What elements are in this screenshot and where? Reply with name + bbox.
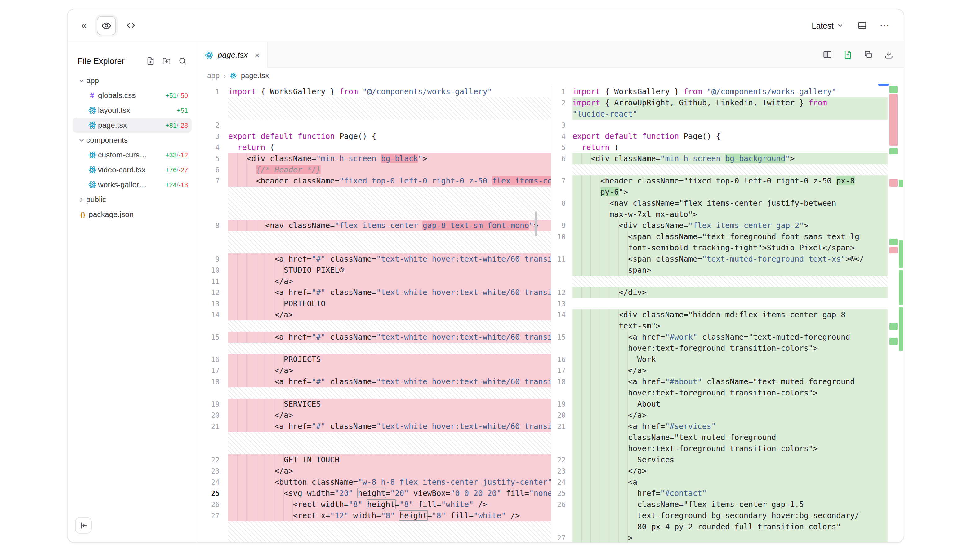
code-line[interactable]: 1import { WorksGallery } from "@/compone… xyxy=(551,86,888,97)
code-line[interactable]: 17 </a> xyxy=(197,365,551,376)
split-editor-button[interactable] xyxy=(821,48,834,61)
tree-folder-public[interactable]: public xyxy=(73,192,192,207)
code-line[interactable]: 18 <a href="#about" className="text-mute… xyxy=(551,376,888,387)
code-line[interactable]: 13 PORTFOLIO xyxy=(197,298,551,309)
minimap-diff-strip[interactable] xyxy=(889,84,897,542)
preview-toggle-button[interactable] xyxy=(97,16,116,35)
code-line[interactable]: 22 Services xyxy=(551,454,888,465)
code-line[interactable]: 8 <nav className="flex items-center just… xyxy=(551,198,888,209)
code-line[interactable]: span> xyxy=(551,265,888,276)
panel-layout-button[interactable] xyxy=(855,18,870,33)
tree-file-package-json[interactable]: {}package.json xyxy=(73,207,192,222)
diff-pane-modified[interactable]: 1import { WorksGallery } from "@/compone… xyxy=(551,86,904,542)
code-line[interactable]: 16 Work xyxy=(551,354,888,365)
tree-file-layout-tsx[interactable]: layout.tsx+51 xyxy=(73,103,192,118)
code-line[interactable]: 13 xyxy=(551,298,888,309)
copy-file-button[interactable] xyxy=(862,48,875,61)
code-toggle-button[interactable] xyxy=(123,18,138,33)
code-line[interactable]: className="text-muted-foreground xyxy=(551,432,888,443)
code-line[interactable]: 7 <header className="fixed top-0 left-0 … xyxy=(551,175,888,187)
code-line[interactable]: 21 <a href="#services" xyxy=(551,421,888,432)
code-line[interactable]: 24 <button className="w-8 h-8 flex items… xyxy=(197,476,551,488)
code-line[interactable]: 15 <a href="#" className="text-white hov… xyxy=(197,332,551,343)
code-line[interactable]: 26 className="flex items-center gap-1.5 xyxy=(551,499,888,510)
code-line[interactable]: "lucide-react" xyxy=(551,108,888,120)
close-tab-button[interactable]: × xyxy=(252,51,259,59)
code-line[interactable]: 9 <div className="flex items-center gap-… xyxy=(551,220,888,231)
code-line[interactable]: 3export default function Page() { xyxy=(197,131,551,142)
tree-file-page-tsx[interactable]: page.tsx+81/-28 xyxy=(73,118,192,133)
code-line[interactable]: 10 STUDIO PIXEL® xyxy=(197,265,551,276)
code-line[interactable]: 22 GET IN TOUCH xyxy=(197,454,551,465)
code-line[interactable]: text-sm"> xyxy=(551,321,888,332)
code-line[interactable]: hover:text-foreground transition-colors"… xyxy=(551,387,888,399)
code-line[interactable]: 23 </a> xyxy=(197,465,551,476)
code-line[interactable]: 5 return ( xyxy=(551,142,888,153)
code-line[interactable]: 21 <a href="#" className="text-white hov… xyxy=(197,421,551,432)
search-files-button[interactable] xyxy=(177,56,188,66)
code-line[interactable]: 19 About xyxy=(551,399,888,410)
download-file-button[interactable] xyxy=(883,48,895,61)
code-line[interactable]: 18 <a href="#" className="text-white hov… xyxy=(197,376,551,387)
code-line[interactable]: 15 <a href="#work" className="text-muted… xyxy=(551,332,888,343)
minimap[interactable] xyxy=(888,84,904,542)
code-line[interactable]: 14 <div className="hidden md:flex items-… xyxy=(551,309,888,321)
code-line[interactable]: 80 px-4 py-2 rounded-full transition-col… xyxy=(551,521,888,532)
code-line[interactable]: 3 xyxy=(551,120,888,131)
view-diff-button[interactable] xyxy=(842,48,854,61)
code-line[interactable]: 25 href="#contact" xyxy=(551,488,888,499)
new-folder-button[interactable] xyxy=(161,56,172,66)
code-line[interactable]: 27 <rect x="12" width="8" height="8" fil… xyxy=(197,510,551,521)
left-pane-scrollbar[interactable] xyxy=(535,211,537,236)
tree-folder-components[interactable]: components xyxy=(73,133,192,148)
tree-file-works-galler[interactable]: works-galler…+24/-13 xyxy=(73,177,192,192)
code-line[interactable]: 6 {/* Header */} xyxy=(197,164,551,175)
code-line[interactable]: 14 </a> xyxy=(197,309,551,321)
collapse-sidebar-button[interactable] xyxy=(75,517,92,534)
tree-folder-app[interactable]: app xyxy=(73,73,192,88)
breadcrumb-file[interactable]: page.tsx xyxy=(241,71,269,80)
code-line[interactable]: 24 <a xyxy=(551,476,888,488)
code-line[interactable]: 7 <header className="fixed top-0 left-0 … xyxy=(197,175,551,187)
more-options-button[interactable]: ⋯ xyxy=(877,18,892,33)
code-line[interactable]: 27 > xyxy=(551,532,888,542)
code-line[interactable]: 11 <span className="text-muted-foregroun… xyxy=(551,254,888,265)
new-file-button[interactable] xyxy=(145,56,156,66)
code-line[interactable]: text-foreground bg-secondary hover:bg-se… xyxy=(551,510,888,521)
code-line[interactable]: py-6"> xyxy=(551,187,888,198)
code-line[interactable]: font-semibold tracking-tight">Studio Pix… xyxy=(551,242,888,254)
code-line[interactable]: 19 SERVICES xyxy=(197,399,551,410)
code-line[interactable]: 11 </a> xyxy=(197,276,551,287)
code-line[interactable]: 26 <rect width="8" height="8" fill="whit… xyxy=(197,499,551,510)
code-line[interactable]: 12 <a href="#" className="text-white hov… xyxy=(197,287,551,298)
code-line[interactable]: 4 return ( xyxy=(197,142,551,153)
code-line[interactable]: 9 <a href="#" className="text-white hove… xyxy=(197,254,551,265)
minimap-scroll-strip[interactable] xyxy=(899,84,903,542)
code-line[interactable]: hover:text-foreground transition-colors"… xyxy=(551,443,888,454)
code-line[interactable]: 20 </a> xyxy=(197,410,551,421)
tree-file-video-card-tsx[interactable]: video-card.tsx+76/-27 xyxy=(73,162,192,177)
code-line[interactable]: 17 </a> xyxy=(551,365,888,376)
tree-file-globals-css[interactable]: #globals.css+51/-50 xyxy=(73,88,192,103)
code-line[interactable]: 16 PROJECTS xyxy=(197,354,551,365)
code-line[interactable]: 12 </div> xyxy=(551,287,888,298)
code-line[interactable]: 1import { WorksGallery } from "@/compone… xyxy=(197,86,551,97)
code-line[interactable]: 6 <div className="min-h-screen bg-backgr… xyxy=(551,153,888,164)
code-line[interactable]: 5 <div className="min-h-screen bg-black"… xyxy=(197,153,551,164)
code-line[interactable]: 25 <svg width="20" height="20" viewBox="… xyxy=(197,488,551,499)
code-line[interactable]: 2 xyxy=(197,120,551,131)
tab-page-tsx[interactable]: page.tsx × xyxy=(197,42,268,68)
code-line[interactable]: hover:text-foreground transition-colors"… xyxy=(551,343,888,354)
code-line[interactable]: 2import { ArrowUpRight, Github, Linkedin… xyxy=(551,97,888,108)
code-line[interactable]: 4export default function Page() { xyxy=(551,131,888,142)
code-line[interactable]: 20 </a> xyxy=(551,410,888,421)
code-line[interactable]: 8 <nav className="flex items-center gap-… xyxy=(197,220,551,231)
code-line[interactable]: 23 </a> xyxy=(551,465,888,476)
collapse-panel-button[interactable]: « xyxy=(79,18,89,33)
version-dropdown[interactable]: Latest xyxy=(808,20,847,31)
code-line[interactable]: max-w-7xl mx-auto"> xyxy=(551,209,888,220)
diff-pane-original[interactable]: 1import { WorksGallery } from "@/compone… xyxy=(197,86,551,542)
breadcrumb-folder[interactable]: app xyxy=(207,71,220,80)
tree-file-custom-curs[interactable]: custom-curs…+33/-12 xyxy=(73,148,192,162)
code-line[interactable]: 10 <span className="text-foreground font… xyxy=(551,231,888,242)
